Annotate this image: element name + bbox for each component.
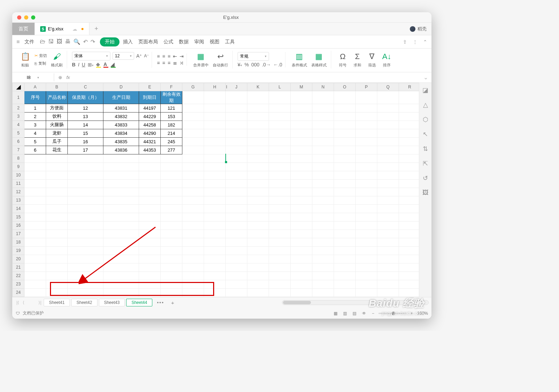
cell-O3[interactable] [334, 112, 356, 121]
cell-M6[interactable] [291, 137, 312, 146]
cell-H6[interactable] [204, 137, 226, 146]
paste-button[interactable]: 📋 粘贴 [19, 51, 32, 68]
cell-B15[interactable] [46, 213, 68, 221]
cell-P19[interactable] [356, 246, 377, 255]
cell-J12[interactable] [226, 188, 247, 196]
maximize-icon[interactable] [31, 15, 35, 20]
col-header-G[interactable]: G [182, 83, 204, 91]
cell-D8[interactable] [103, 154, 139, 162]
cell-K19[interactable] [247, 246, 269, 255]
cell-Q19[interactable] [377, 246, 399, 255]
select-tool-icon[interactable]: ◪ [422, 86, 428, 94]
cell-H15[interactable] [204, 213, 226, 221]
cell-E1[interactable]: 到期日 [139, 91, 161, 104]
cell-E11[interactable] [139, 179, 161, 188]
cell-N16[interactable] [312, 221, 334, 230]
cell-E13[interactable] [139, 196, 161, 204]
cell-H3[interactable] [204, 112, 226, 121]
cell-R11[interactable] [399, 179, 419, 188]
cell-Q20[interactable] [377, 255, 399, 263]
cell-E19[interactable] [139, 246, 161, 255]
cell-O6[interactable] [334, 137, 356, 146]
cell-A16[interactable] [24, 221, 46, 230]
cell-K14[interactable] [247, 204, 269, 213]
cell-G17[interactable] [182, 230, 204, 238]
row-header-10[interactable]: 10 [13, 171, 24, 179]
cell-F21[interactable] [161, 263, 182, 271]
cell-L19[interactable] [269, 246, 291, 255]
cell-O1[interactable] [334, 91, 356, 104]
menu-tools[interactable]: 工具 [223, 37, 237, 46]
cell-O18[interactable] [334, 238, 356, 246]
cell-G15[interactable] [182, 213, 204, 221]
cell-A15[interactable] [24, 213, 46, 221]
cell-M4[interactable] [291, 121, 312, 129]
cell-N22[interactable] [312, 271, 334, 280]
cell-J17[interactable] [226, 230, 247, 238]
cell-E15[interactable] [139, 213, 161, 221]
export-pdf-icon[interactable]: 🖾 [57, 38, 62, 45]
cell-E3[interactable]: 44229 [139, 112, 161, 121]
cell-F18[interactable] [161, 238, 182, 246]
cell-P6[interactable] [356, 137, 377, 146]
cell-A10[interactable] [24, 171, 46, 179]
col-header-O[interactable]: O [334, 83, 356, 91]
cell-O11[interactable] [334, 179, 356, 188]
cell-E16[interactable] [139, 221, 161, 230]
currency-icon[interactable]: ¥▾ [238, 62, 242, 67]
cell-D13[interactable] [103, 196, 139, 204]
file-tab[interactable]: S E'g.xlsx ☁ [35, 23, 89, 35]
more-icon[interactable]: ⋮ [413, 39, 418, 45]
cell-O21[interactable] [334, 263, 356, 271]
cell-E7[interactable]: 44353 [139, 146, 161, 154]
cell-G20[interactable] [182, 255, 204, 263]
fx-icon[interactable]: fx [66, 75, 70, 80]
cell-C8[interactable] [68, 154, 103, 162]
home-tab[interactable]: 首页 [12, 23, 35, 35]
cell-G7[interactable] [182, 146, 204, 154]
cell-N12[interactable] [312, 188, 334, 196]
cell-N15[interactable] [312, 213, 334, 221]
expand-formula-icon[interactable]: ⌄ [420, 74, 431, 81]
collapse-ribbon-icon[interactable]: ⌃ [423, 39, 427, 45]
cell-H20[interactable] [204, 255, 226, 263]
row-header-16[interactable]: 16 [13, 221, 24, 230]
cell-O24[interactable] [334, 288, 356, 297]
cell-O19[interactable] [334, 246, 356, 255]
align-left-icon[interactable]: ≡ [157, 60, 160, 66]
row-header-15[interactable]: 15 [13, 213, 24, 221]
menu-review[interactable]: 审阅 [192, 37, 206, 46]
cell-E8[interactable] [139, 154, 161, 162]
cell-K2[interactable] [247, 104, 269, 112]
font-color-button[interactable]: A [103, 61, 108, 68]
sheet-tab-41[interactable]: Sheet41 [44, 299, 70, 306]
cell-G13[interactable] [182, 196, 204, 204]
hamburger-icon[interactable]: ≡ [16, 39, 20, 45]
cell-N9[interactable] [312, 162, 334, 171]
cell-J15[interactable] [226, 213, 247, 221]
cell-M12[interactable] [291, 188, 312, 196]
cell-M9[interactable] [291, 162, 312, 171]
cell-R3[interactable] [399, 112, 419, 121]
col-header-P[interactable]: P [356, 83, 377, 91]
cell-K4[interactable] [247, 121, 269, 129]
cell-R1[interactable] [399, 91, 419, 104]
cell-R12[interactable] [399, 188, 419, 196]
redo-icon[interactable]: ↷ [90, 38, 95, 45]
cond-format-button[interactable]: ▥ 条件格式 [290, 51, 308, 68]
cell-K8[interactable] [247, 154, 269, 162]
cell-B9[interactable] [46, 162, 68, 171]
cell-F1[interactable]: 剩余有效期 [161, 91, 182, 104]
cell-C4[interactable]: 14 [68, 121, 103, 129]
percent-icon[interactable]: % [245, 62, 249, 67]
cell-L3[interactable] [269, 112, 291, 121]
page-break-view-icon[interactable]: ▤ [351, 310, 358, 317]
merge-button[interactable]: ▦ 合并居中 [192, 51, 210, 68]
sheet-list-icon[interactable]: ••• [153, 299, 168, 306]
cancel-formula-icon[interactable]: ⊕ [58, 75, 62, 80]
cell-M3[interactable] [291, 112, 312, 121]
cell-P12[interactable] [356, 188, 377, 196]
row-header-24[interactable]: 24 [13, 288, 24, 297]
cell-B4[interactable]: 火腿肠 [46, 121, 68, 129]
cell-C7[interactable]: 17 [68, 146, 103, 154]
